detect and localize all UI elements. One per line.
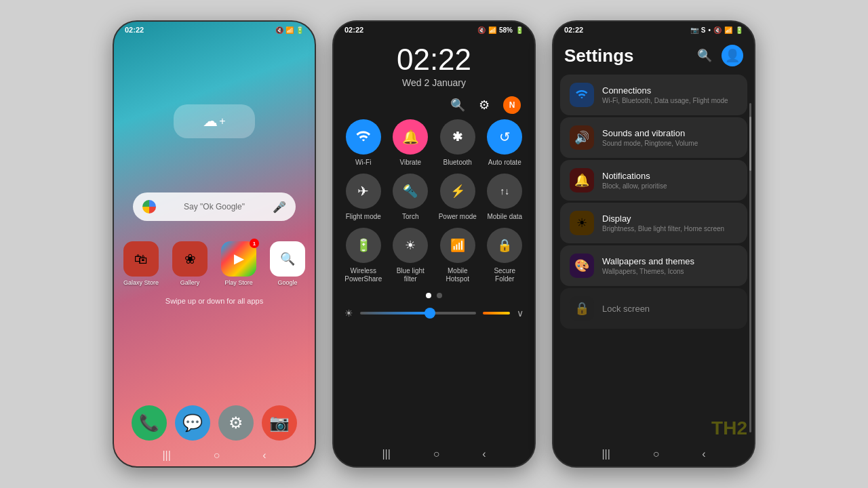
display-title: Display xyxy=(602,214,738,224)
home-btn-3[interactable]: ○ xyxy=(653,448,660,460)
wireless-share-tile-label: Wireless PowerShare xyxy=(343,267,384,283)
recent-btn-2[interactable]: ||| xyxy=(382,448,390,460)
hotspot-tile-label: Mobile Hotspot xyxy=(437,267,478,283)
status-icons-3: 📷 S • 🔇 📶 🔋 xyxy=(690,26,743,34)
quick-tiles-grid: Wi-Fi 🔔 Vibrate ✱ Bluetooth ↺ Auto rotat… xyxy=(334,119,534,289)
hotspot-tile-icon: 📶 xyxy=(440,228,475,263)
back-btn[interactable]: ‹ xyxy=(262,449,266,462)
notifications-text: Notifications Block, allow, prioritise xyxy=(602,171,738,190)
app-label: Google xyxy=(277,279,297,286)
galaxy-store-icon[interactable]: 🛍 xyxy=(123,241,159,277)
back-btn-2[interactable]: ‹ xyxy=(482,448,486,460)
sounds-text: Sounds and vibration Sound mode, Rington… xyxy=(602,128,738,147)
cloud-widget[interactable]: ☁ + xyxy=(174,104,255,138)
flightmode-tile[interactable]: ✈ Flight mode xyxy=(343,174,384,221)
app-grid: 🛍 Galaxy Store ❀ Gallery ▶ 1 xyxy=(121,241,308,286)
search-settings-icon[interactable]: 🔍 xyxy=(697,48,712,63)
brightness-thumb[interactable] xyxy=(425,308,435,319)
user-profile-icon[interactable]: 👤 xyxy=(722,45,743,66)
time-display: 02:22 Wed 2 January xyxy=(334,37,534,91)
google-icon[interactable]: 🔍 xyxy=(270,241,305,277)
scroll-bar xyxy=(749,103,751,432)
status-bar-1: 02:22 🔇 📶 🔋 xyxy=(114,22,315,37)
securefolder-tile-label: Secure Folder xyxy=(485,267,526,283)
mic-icon[interactable]: 🎤 xyxy=(273,201,286,214)
connections-icon-wrap xyxy=(570,83,594,107)
notifications-setting[interactable]: 🔔 Notifications Block, allow, prioritise xyxy=(560,160,747,201)
battery-icon-2: 🔋 xyxy=(515,26,524,34)
recent-btn-3[interactable]: ||| xyxy=(601,448,610,460)
status-icons-2: 🔇 📶 58% 🔋 xyxy=(477,26,524,34)
lockscreen-icon-wrap: 🔒 xyxy=(570,296,594,321)
lockscreen-text: Lock screen xyxy=(602,304,738,314)
connections-setting[interactable]: Connections Wi-Fi, Bluetooth, Data usage… xyxy=(560,75,747,115)
torch-tile[interactable]: 🔦 Torch xyxy=(391,174,431,221)
autorotate-tile-label: Auto rotate xyxy=(488,159,521,167)
home-btn[interactable]: ○ xyxy=(214,449,220,462)
playstore-icon[interactable]: ▶ 1 xyxy=(221,241,256,277)
sounds-setting[interactable]: 🔊 Sounds and vibration Sound mode, Ringt… xyxy=(560,117,747,158)
securefolder-tile-icon: 🔒 xyxy=(487,228,522,263)
vibrate-tile[interactable]: 🔔 Vibrate xyxy=(391,119,431,167)
phones-container: 02:22 🔇 📶 🔋 ☁ + Say "Ok Google" 🎤 xyxy=(0,0,868,488)
vibrate-tile-label: Vibrate xyxy=(399,159,421,167)
status-time-3: 02:22 xyxy=(564,26,583,34)
bluetooth-tile-label: Bluetooth xyxy=(443,159,472,167)
status-bar-3: 02:22 📷 S • 🔇 📶 🔋 xyxy=(553,22,754,37)
settings-list: Connections Wi-Fi, Bluetooth, Data usage… xyxy=(553,72,754,331)
google-search-bar[interactable]: Say "Ok Google" 🎤 xyxy=(133,192,296,221)
gallery-icon[interactable]: ❀ xyxy=(172,241,208,277)
wifi-tile[interactable]: Wi-Fi xyxy=(343,119,384,167)
phone-settings: 02:22 📷 S • 🔇 📶 🔋 Settings 🔍 👤 xyxy=(552,20,755,468)
brightness-slider[interactable] xyxy=(360,312,476,314)
battery-text-2: 58% xyxy=(499,26,513,34)
bluetooth-tile[interactable]: ✱ Bluetooth xyxy=(437,119,478,167)
status-time-1: 02:22 xyxy=(125,26,144,34)
torch-tile-label: Torch xyxy=(402,213,418,221)
recent-apps-btn[interactable]: ||| xyxy=(162,449,170,462)
dot-1 xyxy=(426,293,431,298)
camera-dock-icon[interactable]: 📷 xyxy=(262,405,297,441)
mobiledata-tile[interactable]: ↑↓ Mobile data xyxy=(485,174,526,221)
home-btn-2[interactable]: ○ xyxy=(433,448,440,460)
display-icon-wrap: ☀ xyxy=(570,211,594,235)
mute-icon: 🔇 xyxy=(477,26,486,34)
autorotate-tile[interactable]: ↺ Auto rotate xyxy=(485,119,526,167)
signal-icon: 📶 xyxy=(488,26,496,34)
search-ctrl-icon[interactable]: 🔍 xyxy=(450,98,465,113)
wireless-share-tile[interactable]: 🔋 Wireless PowerShare xyxy=(343,228,384,283)
connections-title: Connections xyxy=(602,85,738,96)
plus-icon: + xyxy=(219,115,225,127)
status-bar-2: 02:22 🔇 📶 58% 🔋 xyxy=(334,22,534,37)
brightness-expand-icon[interactable]: ∨ xyxy=(517,308,524,319)
brightness-low-icon: ☀ xyxy=(344,308,353,319)
lockscreen-setting[interactable]: 🔒 Lock screen xyxy=(560,288,747,329)
hotspot-tile[interactable]: 📶 Mobile Hotspot xyxy=(437,228,478,283)
bluelight-tile[interactable]: ☀ Blue light filter xyxy=(391,228,431,283)
lockscreen-title: Lock screen xyxy=(602,304,738,314)
settings-page-title: Settings xyxy=(564,45,634,66)
profile-badge[interactable]: N xyxy=(503,96,521,114)
display-text: Display Brightness, Blue light filter, H… xyxy=(602,214,738,232)
notifications-icon-wrap: 🔔 xyxy=(570,168,594,192)
status-icons-1: 🔇 📶 🔋 xyxy=(275,26,304,34)
messages-dock-icon[interactable]: 💬 xyxy=(175,405,210,441)
wallpapers-sub: Wallpapers, Themes, Icons xyxy=(602,268,738,275)
brightness-row: ☀ ∨ xyxy=(334,302,534,324)
back-btn-3[interactable]: ‹ xyxy=(702,448,705,460)
date-display: Wed 2 January xyxy=(334,77,534,88)
wallpapers-setting[interactable]: 🎨 Wallpapers and themes Wallpapers, Them… xyxy=(560,245,747,286)
display-setting[interactable]: ☀ Display Brightness, Blue light filter,… xyxy=(560,203,747,243)
phone-dock-icon[interactable]: 📞 xyxy=(132,405,167,441)
torch-tile-icon: 🔦 xyxy=(393,174,428,209)
sounds-title: Sounds and vibration xyxy=(602,128,738,138)
settings-dock-icon[interactable]: ⚙ xyxy=(218,405,254,441)
settings-ctrl-icon[interactable]: ⚙ xyxy=(479,98,490,113)
powermode-tile[interactable]: ⚡ Power mode xyxy=(437,174,478,221)
scroll-thumb[interactable] xyxy=(749,117,751,171)
notifications-sub: Block, allow, prioritise xyxy=(602,182,738,190)
list-item: ❀ Gallery xyxy=(170,241,210,286)
securefolder-tile[interactable]: 🔒 Secure Folder xyxy=(485,228,526,283)
powermode-tile-label: Power mode xyxy=(439,213,477,221)
page-dots xyxy=(334,289,534,302)
